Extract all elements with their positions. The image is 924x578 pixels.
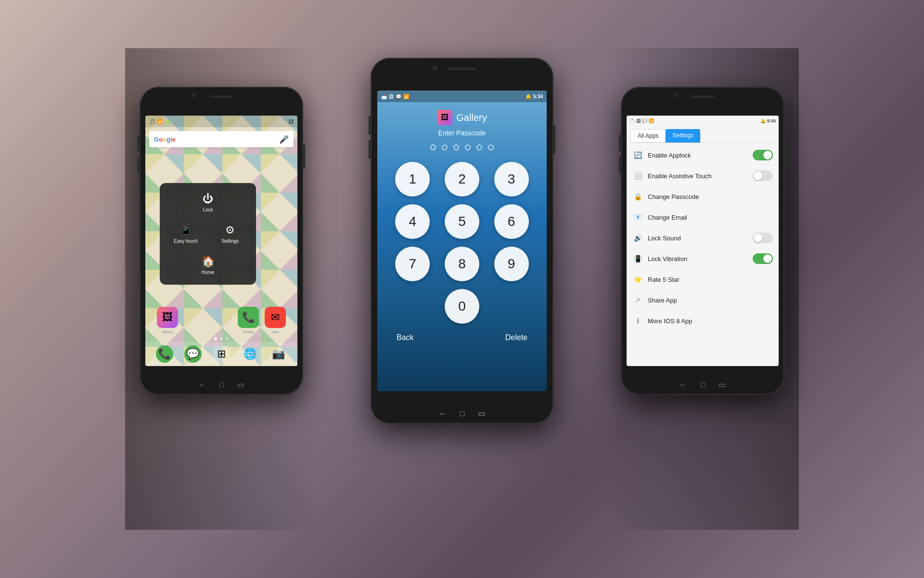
dot-4 [465,144,471,150]
tab-all-apps[interactable]: All Apps [630,129,666,143]
vibration-toggle[interactable] [753,253,773,264]
settings-change-email[interactable]: 📧 Change Email [627,207,779,228]
back-nav-center[interactable]: ← [439,409,447,418]
num-9[interactable]: 9 [494,247,529,281]
time-center: 🔔 5:34 [526,94,543,99]
back-button[interactable]: Back [397,333,414,342]
recents-nav-right[interactable]: ▭ [719,380,726,389]
dock-phone[interactable]: 📞 [156,345,173,363]
settings-lock-vibration[interactable]: 📳 Lock Vibration [627,249,779,269]
tab-bar: All Apps Settings [630,129,775,143]
settings-share[interactable]: ↗ Share App [627,290,779,311]
applock-label: Enable Applock [648,152,748,159]
star-icon: ⭐ [632,274,643,285]
settings-change-passcode[interactable]: 🔒 Change Passcode [627,186,779,207]
settings-list: 🔄 Enable Applock ⬜ Enable Assistive Touc… [627,143,779,333]
msg-icon-c: 📩 [381,94,387,99]
num-3[interactable]: 3 [494,162,529,197]
num-4[interactable]: 4 [395,204,430,239]
num-7[interactable]: 7 [395,247,430,281]
nav-bar-center: ← □ ▭ [439,409,486,418]
lock-icon: ⏻ [203,193,213,205]
power-button-left[interactable] [303,144,305,169]
dock-camera[interactable]: 📷 [270,345,287,363]
app-social[interactable]: 🖼 Social [157,307,178,333]
applock-icon: 🔄 [632,150,643,160]
settings-icon-quick: ⚙ [225,224,235,236]
share-icon: ↗ [632,295,643,305]
status-bar-right: 📩 🖼 💬 📶 🔔 5:33 [627,116,779,126]
applock-toggle[interactable] [753,150,773,160]
msg-icon-r: 📩 [629,118,635,123]
vol-down-center[interactable] [369,140,371,159]
passcode-actions: Back Delete [377,324,547,342]
vol-down-left[interactable] [138,157,140,173]
passcode-header: 🖼 Gallery [377,102,547,129]
dot-3 [226,337,229,340]
home-label: Home [202,270,215,275]
info-icon: ℹ [632,315,643,326]
home-nav-left[interactable]: □ [219,381,224,389]
vol-up-center[interactable] [369,116,371,135]
gallery-icon: 🖼 [441,113,449,122]
quick-menu-home[interactable]: 🏠 Home [166,251,250,279]
power-button-right[interactable] [784,144,786,169]
share-label: Share App [648,297,773,304]
recents-nav-left[interactable]: ▭ [237,380,244,389]
quick-menu-easytouch[interactable]: 📱 Easy touch [166,220,206,248]
camera-left [192,93,196,97]
spacer2 [211,307,232,333]
vol-down-right[interactable] [619,157,621,173]
num-6[interactable]: 6 [494,204,529,239]
time-display-c: 5:34 [533,94,543,99]
recents-nav-center[interactable]: ▭ [478,409,485,418]
settings-more-ios[interactable]: ℹ More IOS 8 App [627,311,779,331]
quick-menu-lock[interactable]: ⏻ Lock [166,189,250,216]
num-0[interactable]: 0 [445,289,479,324]
num-1[interactable]: 1 [395,162,430,197]
mic-icon[interactable]: 🎤 [279,135,289,144]
alarm-r: 🔔 [760,118,766,123]
time-right: 5:33 [767,118,776,123]
tab-settings[interactable]: Settings [666,129,700,143]
google-search-bar[interactable]: Google 🎤 [149,131,294,147]
vibration-icon: 📳 [632,253,643,264]
home-nav-center[interactable]: □ [460,409,465,418]
quick-menu-settings[interactable]: ⚙ Settings [210,220,250,248]
email-icon: 📧 [632,212,643,223]
settings-assistive-touch[interactable]: ⬜ Enable Assistive Touch [627,166,779,186]
assistive-toggle[interactable] [753,171,773,181]
status-bar-left: 🎵 📶 🔋 12 [145,116,297,127]
power-button-center[interactable] [553,125,555,154]
vol-up-left[interactable] [138,135,140,152]
home-nav-right[interactable]: □ [701,381,706,389]
phone-label: Phone [243,329,254,333]
back-nav-left[interactable]: ← [198,381,206,389]
settings-rate[interactable]: ⭐ Rate 5 Star [627,269,779,290]
social-icon: 🖼 [157,307,178,328]
chat-icon-r: 💬 [642,118,647,123]
dot-5 [476,144,482,150]
settings-lock-sound[interactable]: 🔊 Lock Sound [627,228,779,249]
alarm-icon-c: 🔔 [526,94,531,99]
app-phone[interactable]: 📞 Phone [238,307,259,333]
battery-icon-left: 🔋 [165,119,170,124]
camera-right [673,93,677,97]
home-apps: 🖼 Social 📞 Phone ✉ Mail [145,307,297,342]
num-2[interactable]: 2 [445,162,479,197]
dock-apps[interactable]: ⊞ [213,345,230,363]
vol-up-right[interactable] [619,135,621,152]
back-nav-right[interactable]: ← [680,381,687,389]
delete-button[interactable]: Delete [505,333,527,342]
app-mail[interactable]: ✉ Mail [265,307,286,333]
dock-messages[interactable]: 💬 [184,345,202,363]
dot-2 [442,144,448,150]
dock-chrome[interactable]: 🌐 [241,345,258,363]
sound-toggle[interactable] [753,233,773,243]
center-screen: 📩 🖼 💬 📶 🔔 5:34 🖼 Gallery Enter Passcod [377,91,547,391]
num-8[interactable]: 8 [445,247,479,281]
settings-enable-applock[interactable]: 🔄 Enable Applock [627,145,779,166]
email-label: Change Email [648,214,773,221]
num-5[interactable]: 5 [445,204,479,239]
wifi-icon-left: 📶 [157,119,163,124]
